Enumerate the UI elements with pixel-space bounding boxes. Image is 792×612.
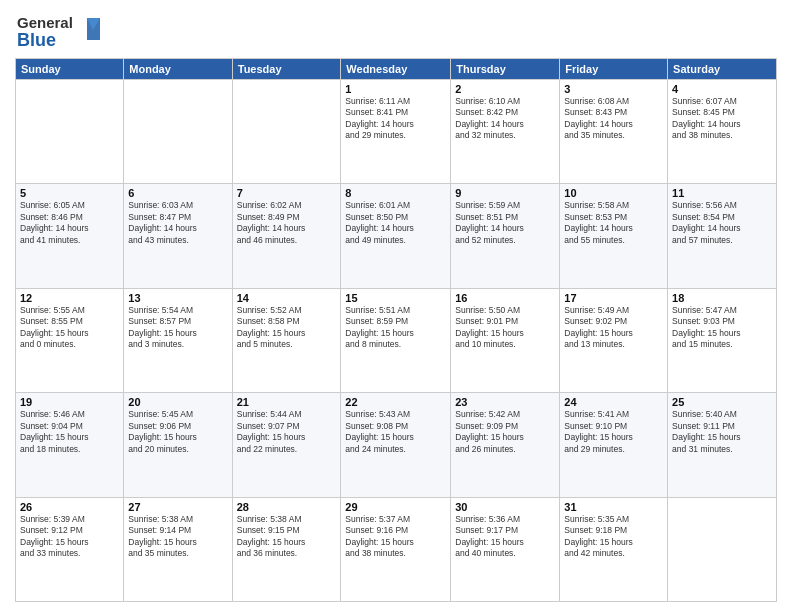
day-info: Sunrise: 6:10 AM Sunset: 8:42 PM Dayligh… <box>455 96 555 142</box>
day-cell: 3Sunrise: 6:08 AM Sunset: 8:43 PM Daylig… <box>560 80 668 184</box>
day-number: 21 <box>237 396 337 408</box>
day-cell: 10Sunrise: 5:58 AM Sunset: 8:53 PM Dayli… <box>560 184 668 288</box>
day-info: Sunrise: 5:49 AM Sunset: 9:02 PM Dayligh… <box>564 305 663 351</box>
weekday-header-sunday: Sunday <box>16 59 124 80</box>
day-cell: 22Sunrise: 5:43 AM Sunset: 9:08 PM Dayli… <box>341 393 451 497</box>
day-info: Sunrise: 5:46 AM Sunset: 9:04 PM Dayligh… <box>20 409 119 455</box>
day-info: Sunrise: 6:07 AM Sunset: 8:45 PM Dayligh… <box>672 96 772 142</box>
day-cell: 26Sunrise: 5:39 AM Sunset: 9:12 PM Dayli… <box>16 497 124 601</box>
day-info: Sunrise: 5:44 AM Sunset: 9:07 PM Dayligh… <box>237 409 337 455</box>
day-cell: 2Sunrise: 6:10 AM Sunset: 8:42 PM Daylig… <box>451 80 560 184</box>
day-number: 9 <box>455 187 555 199</box>
day-number: 2 <box>455 83 555 95</box>
day-cell: 8Sunrise: 6:01 AM Sunset: 8:50 PM Daylig… <box>341 184 451 288</box>
day-cell: 6Sunrise: 6:03 AM Sunset: 8:47 PM Daylig… <box>124 184 232 288</box>
day-info: Sunrise: 5:50 AM Sunset: 9:01 PM Dayligh… <box>455 305 555 351</box>
day-info: Sunrise: 5:59 AM Sunset: 8:51 PM Dayligh… <box>455 200 555 246</box>
day-cell: 16Sunrise: 5:50 AM Sunset: 9:01 PM Dayli… <box>451 288 560 392</box>
day-cell: 5Sunrise: 6:05 AM Sunset: 8:46 PM Daylig… <box>16 184 124 288</box>
day-number: 26 <box>20 501 119 513</box>
day-info: Sunrise: 6:11 AM Sunset: 8:41 PM Dayligh… <box>345 96 446 142</box>
day-number: 20 <box>128 396 227 408</box>
day-info: Sunrise: 5:45 AM Sunset: 9:06 PM Dayligh… <box>128 409 227 455</box>
day-cell: 29Sunrise: 5:37 AM Sunset: 9:16 PM Dayli… <box>341 497 451 601</box>
day-number: 24 <box>564 396 663 408</box>
weekday-header-monday: Monday <box>124 59 232 80</box>
day-number: 18 <box>672 292 772 304</box>
weekday-header-tuesday: Tuesday <box>232 59 341 80</box>
day-number: 31 <box>564 501 663 513</box>
day-info: Sunrise: 5:37 AM Sunset: 9:16 PM Dayligh… <box>345 514 446 560</box>
day-number: 27 <box>128 501 227 513</box>
day-info: Sunrise: 5:54 AM Sunset: 8:57 PM Dayligh… <box>128 305 227 351</box>
day-number: 22 <box>345 396 446 408</box>
day-info: Sunrise: 5:43 AM Sunset: 9:08 PM Dayligh… <box>345 409 446 455</box>
weekday-header-saturday: Saturday <box>668 59 777 80</box>
header: General Blue <box>15 10 777 52</box>
day-cell: 21Sunrise: 5:44 AM Sunset: 9:07 PM Dayli… <box>232 393 341 497</box>
day-info: Sunrise: 5:51 AM Sunset: 8:59 PM Dayligh… <box>345 305 446 351</box>
day-info: Sunrise: 5:47 AM Sunset: 9:03 PM Dayligh… <box>672 305 772 351</box>
day-info: Sunrise: 5:55 AM Sunset: 8:55 PM Dayligh… <box>20 305 119 351</box>
day-cell: 23Sunrise: 5:42 AM Sunset: 9:09 PM Dayli… <box>451 393 560 497</box>
day-info: Sunrise: 5:38 AM Sunset: 9:15 PM Dayligh… <box>237 514 337 560</box>
day-info: Sunrise: 5:35 AM Sunset: 9:18 PM Dayligh… <box>564 514 663 560</box>
day-cell: 15Sunrise: 5:51 AM Sunset: 8:59 PM Dayli… <box>341 288 451 392</box>
day-info: Sunrise: 5:40 AM Sunset: 9:11 PM Dayligh… <box>672 409 772 455</box>
day-number: 17 <box>564 292 663 304</box>
day-number: 1 <box>345 83 446 95</box>
day-number: 3 <box>564 83 663 95</box>
day-number: 19 <box>20 396 119 408</box>
day-cell: 18Sunrise: 5:47 AM Sunset: 9:03 PM Dayli… <box>668 288 777 392</box>
day-number: 16 <box>455 292 555 304</box>
day-number: 23 <box>455 396 555 408</box>
day-number: 6 <box>128 187 227 199</box>
day-cell <box>124 80 232 184</box>
week-row-3: 12Sunrise: 5:55 AM Sunset: 8:55 PM Dayli… <box>16 288 777 392</box>
day-number: 15 <box>345 292 446 304</box>
calendar-table: SundayMondayTuesdayWednesdayThursdayFrid… <box>15 58 777 602</box>
day-cell: 9Sunrise: 5:59 AM Sunset: 8:51 PM Daylig… <box>451 184 560 288</box>
day-cell <box>232 80 341 184</box>
day-number: 11 <box>672 187 772 199</box>
day-cell: 27Sunrise: 5:38 AM Sunset: 9:14 PM Dayli… <box>124 497 232 601</box>
day-info: Sunrise: 6:05 AM Sunset: 8:46 PM Dayligh… <box>20 200 119 246</box>
week-row-4: 19Sunrise: 5:46 AM Sunset: 9:04 PM Dayli… <box>16 393 777 497</box>
day-info: Sunrise: 6:08 AM Sunset: 8:43 PM Dayligh… <box>564 96 663 142</box>
day-info: Sunrise: 5:56 AM Sunset: 8:54 PM Dayligh… <box>672 200 772 246</box>
day-cell: 7Sunrise: 6:02 AM Sunset: 8:49 PM Daylig… <box>232 184 341 288</box>
logo: General Blue <box>15 10 105 52</box>
day-number: 14 <box>237 292 337 304</box>
weekday-header-friday: Friday <box>560 59 668 80</box>
day-cell: 14Sunrise: 5:52 AM Sunset: 8:58 PM Dayli… <box>232 288 341 392</box>
day-info: Sunrise: 5:41 AM Sunset: 9:10 PM Dayligh… <box>564 409 663 455</box>
weekday-header-wednesday: Wednesday <box>341 59 451 80</box>
day-info: Sunrise: 5:39 AM Sunset: 9:12 PM Dayligh… <box>20 514 119 560</box>
svg-text:General: General <box>17 14 73 31</box>
day-cell: 20Sunrise: 5:45 AM Sunset: 9:06 PM Dayli… <box>124 393 232 497</box>
week-row-2: 5Sunrise: 6:05 AM Sunset: 8:46 PM Daylig… <box>16 184 777 288</box>
day-number: 29 <box>345 501 446 513</box>
week-row-1: 1Sunrise: 6:11 AM Sunset: 8:41 PM Daylig… <box>16 80 777 184</box>
day-cell: 13Sunrise: 5:54 AM Sunset: 8:57 PM Dayli… <box>124 288 232 392</box>
day-info: Sunrise: 5:36 AM Sunset: 9:17 PM Dayligh… <box>455 514 555 560</box>
logo-svg: General Blue <box>15 10 105 52</box>
day-cell <box>16 80 124 184</box>
day-info: Sunrise: 5:52 AM Sunset: 8:58 PM Dayligh… <box>237 305 337 351</box>
page: General Blue SundayMondayTuesdayWednesda… <box>0 0 792 612</box>
day-number: 5 <box>20 187 119 199</box>
day-cell: 4Sunrise: 6:07 AM Sunset: 8:45 PM Daylig… <box>668 80 777 184</box>
day-info: Sunrise: 5:38 AM Sunset: 9:14 PM Dayligh… <box>128 514 227 560</box>
day-number: 10 <box>564 187 663 199</box>
day-cell: 24Sunrise: 5:41 AM Sunset: 9:10 PM Dayli… <box>560 393 668 497</box>
day-number: 13 <box>128 292 227 304</box>
day-info: Sunrise: 6:03 AM Sunset: 8:47 PM Dayligh… <box>128 200 227 246</box>
day-cell: 25Sunrise: 5:40 AM Sunset: 9:11 PM Dayli… <box>668 393 777 497</box>
week-row-5: 26Sunrise: 5:39 AM Sunset: 9:12 PM Dayli… <box>16 497 777 601</box>
day-info: Sunrise: 5:42 AM Sunset: 9:09 PM Dayligh… <box>455 409 555 455</box>
day-number: 7 <box>237 187 337 199</box>
day-number: 4 <box>672 83 772 95</box>
day-number: 30 <box>455 501 555 513</box>
day-cell: 31Sunrise: 5:35 AM Sunset: 9:18 PM Dayli… <box>560 497 668 601</box>
day-cell: 17Sunrise: 5:49 AM Sunset: 9:02 PM Dayli… <box>560 288 668 392</box>
